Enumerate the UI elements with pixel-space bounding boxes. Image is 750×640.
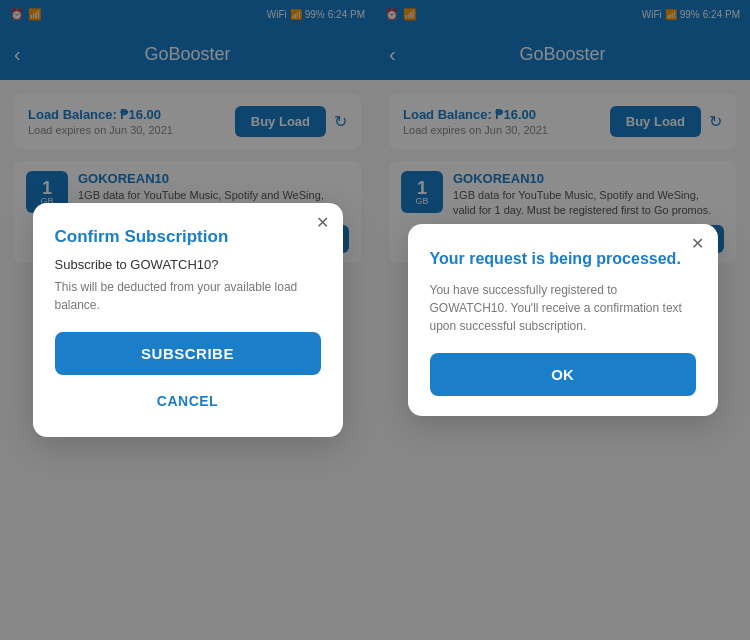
- success-modal: ✕ Your request is being processed. You h…: [408, 224, 718, 415]
- right-phone-panel: ⏰ 📶 WiFi 📶 99% 6:24 PM ‹ GoBooster Load …: [375, 0, 750, 640]
- left-phone-panel: ⏰ 📶 WiFi 📶 99% 6:24 PM ‹ GoBooster Load …: [0, 0, 375, 640]
- confirm-modal-note: This will be deducted from your availabl…: [55, 278, 321, 314]
- success-ok-button[interactable]: OK: [430, 353, 696, 396]
- success-modal-title: Your request is being processed.: [430, 248, 696, 270]
- confirm-modal: ✕ Confirm Subscription Subscribe to GOWA…: [33, 203, 343, 437]
- confirm-modal-question: Subscribe to GOWATCH10?: [55, 257, 321, 272]
- confirm-cancel-button[interactable]: CANCEL: [55, 385, 321, 417]
- confirm-overlay: ✕ Confirm Subscription Subscribe to GOWA…: [0, 0, 375, 640]
- success-close-button[interactable]: ✕: [691, 236, 704, 252]
- confirm-modal-title: Confirm Subscription: [55, 227, 321, 247]
- success-modal-message: You have successfully registered to GOWA…: [430, 281, 696, 335]
- confirm-subscribe-button[interactable]: SUBSCRIBE: [55, 332, 321, 375]
- confirm-close-button[interactable]: ✕: [316, 215, 329, 231]
- success-overlay: ✕ Your request is being processed. You h…: [375, 0, 750, 640]
